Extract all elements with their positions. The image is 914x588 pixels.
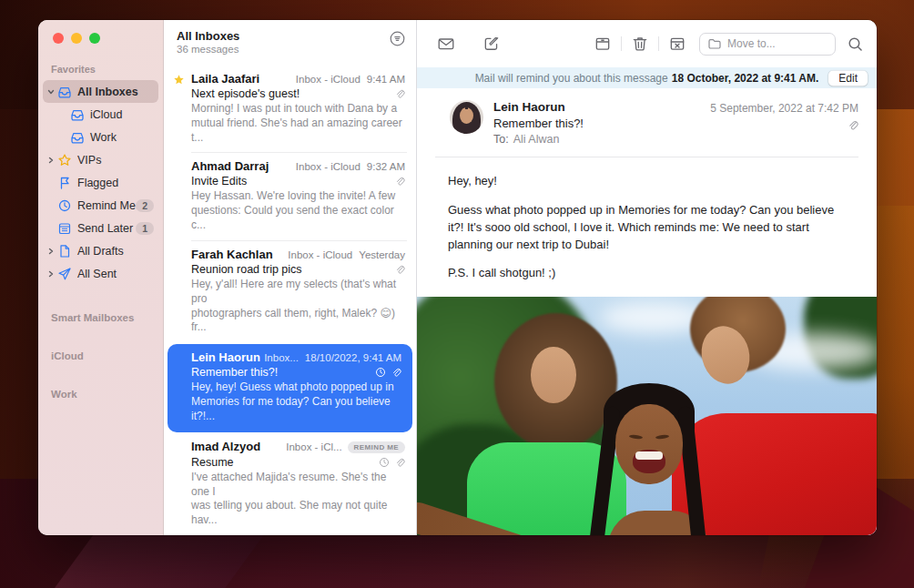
body-paragraph: P.S. I call shotgun! ;) — [448, 265, 846, 282]
sidebar-item-label: Send Later — [77, 222, 133, 235]
toolbar — [417, 20, 877, 67]
message-row-lein-selected[interactable]: Lein Haorun Inbox...18/10/2022, 9:41 AM … — [168, 344, 412, 431]
mail-window: Favorites All Inboxes — [38, 20, 877, 535]
to-recipient[interactable]: Ali Alwan — [513, 133, 560, 146]
icloud-section-label[interactable]: iCloud — [38, 350, 163, 361]
sender-name: Farah Kachlan — [191, 248, 273, 261]
attachment-paperclip-icon[interactable] — [710, 119, 858, 131]
zoom-button[interactable] — [89, 33, 100, 44]
mailbox-label: Inbox - iCl... — [286, 441, 341, 452]
preview-line: Hey, y'all! Here are my selects (that's … — [191, 278, 396, 305]
preview-line: Hey Hassan. We're loving the invite! A f… — [191, 189, 395, 202]
message-time: 18/10/2022, 9:41 AM — [305, 352, 401, 363]
reminder-date: 18 October, 2022 at 9:41 AM. — [672, 72, 819, 85]
move-to-field[interactable] — [699, 33, 836, 56]
message-row-imad[interactable]: Imad Alzyod Inbox - iCl...REMIND ME Resu… — [164, 433, 416, 535]
sender-avatar[interactable] — [450, 100, 483, 134]
message-subject: Reunion road trip pics — [191, 263, 302, 276]
junk-icon[interactable] — [668, 35, 686, 53]
paperplane-icon — [56, 267, 72, 281]
favorites-section-label: Favorites — [38, 64, 163, 75]
mailbox-label: Inbox... — [264, 352, 299, 363]
filter-icon[interactable] — [390, 31, 405, 46]
sidebar-item-label: All Drafts — [77, 245, 124, 258]
preview-line: was telling you about. She may not quite… — [191, 499, 387, 526]
close-button[interactable] — [53, 33, 64, 44]
sidebar-item-label: All Inboxes — [77, 86, 138, 98]
archive-icon[interactable] — [594, 35, 612, 53]
attachment-photo[interactable] — [417, 297, 877, 535]
chevron-right-icon[interactable] — [46, 269, 56, 279]
paperclip-icon — [391, 367, 401, 378]
search-icon[interactable] — [847, 35, 864, 53]
reminder-clock-icon — [375, 367, 386, 378]
compose-icon[interactable] — [482, 35, 501, 53]
chevron-right-icon[interactable] — [46, 156, 56, 165]
preview-line: questions: Could you send the exact colo… — [191, 204, 394, 231]
minimize-button[interactable] — [71, 33, 82, 44]
message-row-ahmad[interactable]: Ahmad Darraj Inbox - iCloud9:32 AM Invit… — [164, 153, 416, 240]
sender-name: Laila Jaafari — [191, 72, 259, 86]
inbox-tray-icon — [69, 107, 85, 122]
preview-line: Memories for me today? Can you believe i… — [191, 395, 391, 422]
sidebar-item-work-inbox[interactable]: Work — [38, 126, 163, 148]
chevron-down-icon[interactable] — [46, 87, 56, 96]
mailbox-title: All Inboxes — [177, 29, 405, 43]
sidebar-item-label: iCloud — [90, 108, 122, 121]
reminder-text: Mail will remind you about this message — [475, 72, 668, 85]
paperclip-icon — [394, 457, 405, 468]
sidebar-item-label: All Sent — [77, 268, 117, 280]
unread-count-badge: 1 — [136, 222, 154, 235]
chevron-right-icon[interactable] — [46, 247, 56, 256]
sidebar-item-vips[interactable]: VIPs — [38, 148, 163, 171]
message-time: 9:32 AM — [367, 161, 405, 172]
sidebar-item-all-sent[interactable]: All Sent — [38, 262, 163, 285]
mailbox-label: Inbox - iCloud — [296, 74, 361, 85]
reminder-clock-icon — [379, 457, 390, 468]
inbox-tray-icon — [56, 85, 72, 99]
message-row-farah[interactable]: Farah Kachlan Inbox - iCloudYesterday Re… — [164, 241, 416, 343]
paperclip-icon — [394, 176, 405, 187]
document-icon — [56, 244, 72, 259]
body-paragraph: Hey, hey! — [448, 173, 846, 190]
sidebar: Favorites All Inboxes — [38, 20, 164, 535]
message-subject: Resume — [191, 456, 234, 469]
sidebar-item-label: Work — [90, 131, 117, 144]
move-to-input[interactable] — [727, 37, 818, 50]
message-pane: Mail will remind you about this message … — [417, 20, 877, 535]
message-row-laila[interactable]: Laila Jaafari Inbox - iCloud9:41 AM Next… — [164, 66, 416, 153]
edit-reminder-button[interactable]: Edit — [828, 70, 868, 86]
sidebar-item-remind-me[interactable]: Remind Me 2 — [38, 194, 163, 217]
paperclip-icon — [394, 264, 405, 275]
message-sender-name: Lein Haorun — [493, 100, 584, 114]
message-list: All Inboxes 36 messages Laila Jaafari In… — [164, 20, 417, 535]
remind-me-badge: REMIND ME — [348, 441, 405, 453]
message-subject-line: Remember this?! — [493, 117, 584, 130]
sidebar-item-icloud-inbox[interactable]: iCloud — [38, 103, 163, 126]
inbox-tray-icon — [69, 130, 85, 145]
sidebar-item-all-inboxes[interactable]: All Inboxes — [43, 80, 158, 103]
message-subject: Invite Edits — [191, 175, 247, 188]
message-subject: Remember this?! — [191, 366, 278, 379]
smart-mailboxes-section-label[interactable]: Smart Mailboxes — [38, 312, 163, 323]
photo-person-center-teeth — [635, 451, 663, 460]
traffic-lights — [38, 33, 163, 44]
get-mail-icon[interactable] — [437, 35, 455, 53]
message-body: Hey, hey! Guess what photo popped up in … — [417, 157, 877, 297]
sidebar-item-label: Remind Me — [77, 199, 136, 212]
trash-icon[interactable] — [631, 35, 649, 53]
work-section-label[interactable]: Work — [38, 389, 163, 400]
clock-icon — [56, 198, 72, 213]
calendar-icon — [56, 221, 72, 236]
sidebar-item-all-drafts[interactable]: All Drafts — [38, 239, 163, 262]
preview-line: I've attached Majida's resume. She's the… — [191, 471, 386, 498]
paperclip-icon — [394, 88, 405, 99]
unread-count-badge: 2 — [136, 199, 154, 212]
sidebar-item-flagged[interactable]: Flagged — [38, 171, 163, 194]
preview-line: mutual friend. She's had an amazing care… — [191, 117, 402, 144]
sender-name: Imad Alzyod — [191, 440, 260, 453]
sidebar-item-send-later[interactable]: Send Later 1 — [38, 217, 163, 239]
vip-star-icon — [173, 74, 187, 86]
body-paragraph: Guess what photo popped up in Memories f… — [448, 202, 846, 254]
photo-person-left-face — [531, 347, 576, 403]
